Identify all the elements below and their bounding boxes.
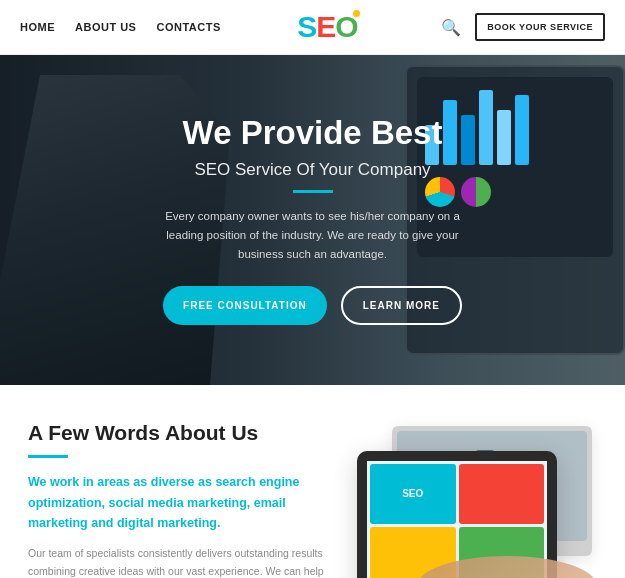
- tablet-cell-2: [459, 464, 545, 524]
- hero-description: Every company owner wants to see his/her…: [153, 207, 473, 264]
- about-text-block: A Few Words About Us We work in areas as…: [28, 421, 333, 578]
- free-consultation-button[interactable]: FREE CONSULTATION: [163, 286, 327, 325]
- hero-subtitle: SEO Service Of Your Company: [153, 160, 473, 180]
- tablet-cell-1: SEO: [370, 464, 456, 524]
- logo: S E O: [297, 10, 364, 44]
- about-image-block: SEO: [357, 421, 597, 578]
- logo-dot: [353, 10, 360, 17]
- about-section: A Few Words About Us We work in areas as…: [0, 385, 625, 578]
- about-title: A Few Words About Us: [28, 421, 333, 445]
- nav-links: HOME ABOUT US CONTACTS: [20, 21, 221, 33]
- nav-home[interactable]: HOME: [20, 21, 55, 33]
- search-icon[interactable]: 🔍: [441, 18, 461, 37]
- nav-about[interactable]: ABOUT US: [75, 21, 136, 33]
- book-service-button[interactable]: BOOK YOUR SERVICE: [475, 13, 605, 41]
- hero-content: We Provide Best SEO Service Of Your Comp…: [113, 115, 513, 324]
- hero-divider: [293, 190, 333, 193]
- logo-s: S: [297, 10, 316, 44]
- about-divider: [28, 455, 68, 458]
- hero-title: We Provide Best: [153, 115, 473, 151]
- nav-right: 🔍 BOOK YOUR SERVICE: [441, 13, 605, 41]
- about-body-text: Our team of specialists consistently del…: [28, 544, 333, 578]
- logo-e: E: [316, 10, 335, 44]
- hero-section: We Provide Best SEO Service Of Your Comp…: [0, 55, 625, 385]
- navbar: HOME ABOUT US CONTACTS S E O 🔍 BOOK YOUR…: [0, 0, 625, 55]
- learn-more-hero-button[interactable]: LEARN MORE: [341, 286, 462, 325]
- nav-contacts[interactable]: CONTACTS: [156, 21, 220, 33]
- about-lead-text: We work in areas as diverse as search en…: [28, 472, 333, 534]
- hero-buttons: FREE CONSULTATION LEARN MORE: [153, 286, 473, 325]
